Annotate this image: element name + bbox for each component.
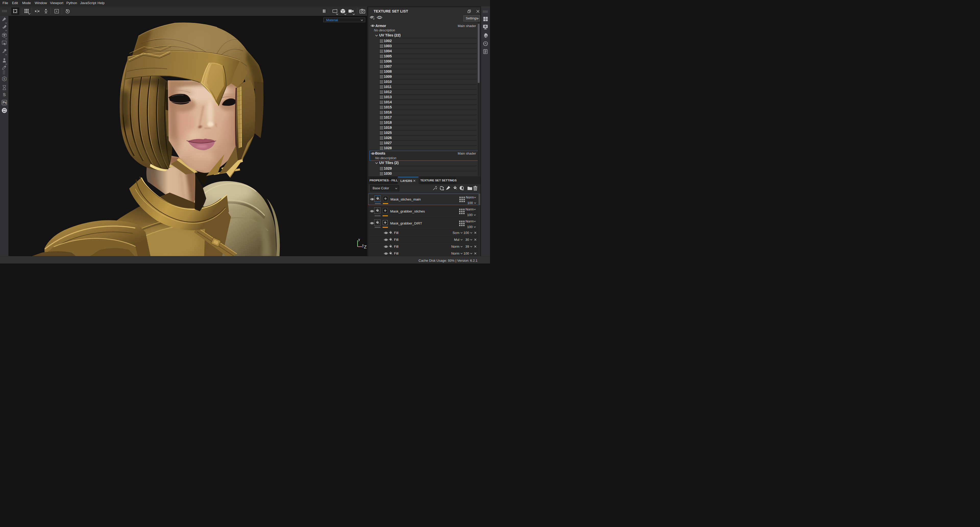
svg-text:Z: Z bbox=[364, 244, 366, 249]
svg-text:x: x bbox=[362, 243, 364, 247]
svg-text:1: 1 bbox=[379, 16, 380, 19]
svg-text:S: S bbox=[3, 92, 6, 97]
svg-text:S: S bbox=[3, 77, 5, 80]
svg-text:y: y bbox=[358, 238, 360, 241]
